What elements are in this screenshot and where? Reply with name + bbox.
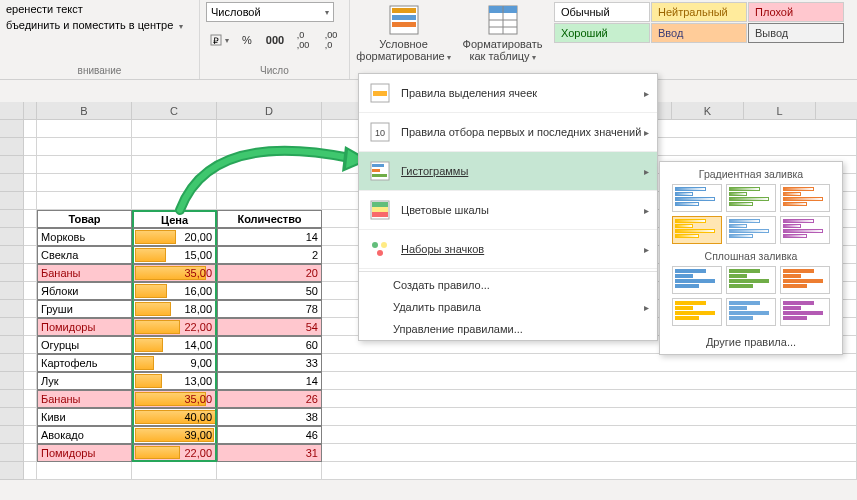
data-bar-solid-swatch[interactable] — [780, 266, 830, 294]
cell-price[interactable]: 22,00 — [132, 444, 217, 462]
cell-price[interactable]: 14,00 — [132, 336, 217, 354]
data-bar-gradient-swatch[interactable] — [726, 184, 776, 212]
data-bar-gradient-swatch[interactable] — [726, 216, 776, 244]
table-row: Авокадо39,0046 — [0, 426, 857, 444]
cell-product[interactable]: Авокадо — [37, 426, 132, 444]
svg-rect-3 — [392, 8, 416, 13]
data-bar-solid-swatch[interactable] — [726, 266, 776, 294]
conditional-formatting-menu: Правила выделения ячеек 10 Правила отбор… — [358, 73, 658, 341]
cell-price[interactable]: 35,00 — [132, 264, 217, 282]
number-format-combo[interactable]: Числовой▾ — [206, 2, 334, 22]
data-bar-gradient-swatch[interactable] — [780, 184, 830, 212]
format-as-table-button[interactable]: Форматировать как таблицу — [455, 2, 550, 64]
style-input[interactable]: Ввод — [651, 23, 747, 43]
cell-qty[interactable]: 20 — [217, 264, 322, 282]
increase-decimal-button[interactable]: ,0,00 — [290, 29, 316, 51]
cell-product[interactable]: Бананы — [37, 264, 132, 282]
cell-product[interactable]: Картофель — [37, 354, 132, 372]
cell-product[interactable]: Яблоки — [37, 282, 132, 300]
cf-data-bars[interactable]: Гистограммы — [359, 152, 657, 191]
header-price[interactable]: Цена — [132, 210, 217, 228]
data-bar-solid-swatch[interactable] — [672, 298, 722, 326]
merge-center-button[interactable]: бъединить и поместить в центре — [6, 18, 183, 32]
cell-price[interactable]: 13,00 — [132, 372, 217, 390]
cell-product[interactable]: Морковь — [37, 228, 132, 246]
cell-qty[interactable]: 78 — [217, 300, 322, 318]
cell-price[interactable]: 9,00 — [132, 354, 217, 372]
data-bars-more-rules[interactable]: Другие правила... — [666, 332, 836, 348]
header-product[interactable]: Товар — [37, 210, 132, 228]
decrease-decimal-button[interactable]: ,00,0 — [318, 29, 344, 51]
cell-product[interactable]: Помидоры — [37, 318, 132, 336]
cell-qty[interactable]: 26 — [217, 390, 322, 408]
svg-text:10: 10 — [375, 128, 385, 138]
cell-price[interactable]: 18,00 — [132, 300, 217, 318]
cell-price[interactable]: 15,00 — [132, 246, 217, 264]
cell-price[interactable]: 20,00 — [132, 228, 217, 246]
wrap-text-button[interactable]: еренести текст — [6, 2, 83, 16]
col-header-B[interactable]: B — [37, 102, 132, 119]
col-header-L[interactable]: L — [744, 102, 816, 119]
accounting-format-button[interactable]: ₽ — [206, 29, 232, 51]
cell-product[interactable]: Бананы — [37, 390, 132, 408]
cell-product[interactable]: Свекла — [37, 246, 132, 264]
data-bar-gradient-swatch[interactable] — [672, 216, 722, 244]
style-neutral[interactable]: Нейтральный — [651, 2, 747, 22]
cell-product[interactable]: Огурцы — [37, 336, 132, 354]
cell-qty[interactable]: 33 — [217, 354, 322, 372]
col-header-D[interactable]: D — [217, 102, 322, 119]
style-good[interactable]: Хороший — [554, 23, 650, 43]
conditional-formatting-button[interactable]: Условное форматирование — [356, 2, 451, 64]
col-header-K[interactable]: K — [672, 102, 744, 119]
cell-price[interactable]: 40,00 — [132, 408, 217, 426]
style-output[interactable]: Вывод — [748, 23, 844, 43]
header-qty[interactable]: Количество — [217, 210, 322, 228]
svg-rect-22 — [372, 202, 388, 207]
svg-rect-14 — [373, 91, 387, 96]
cf-new-rule[interactable]: Создать правило... — [359, 274, 657, 296]
data-bar-solid-swatch[interactable] — [672, 266, 722, 294]
table-row: Помидоры22,0031 — [0, 444, 857, 462]
comma-style-button[interactable]: 000 — [262, 29, 288, 51]
data-bar-solid-swatch[interactable] — [726, 298, 776, 326]
cf-top-bottom[interactable]: 10 Правила отбора первых и последних зна… — [359, 113, 657, 152]
cf-highlight-cells[interactable]: Правила выделения ячеек — [359, 74, 657, 113]
cell-qty[interactable]: 50 — [217, 282, 322, 300]
svg-rect-18 — [372, 164, 384, 167]
svg-text:₽: ₽ — [213, 36, 219, 46]
cf-icon-sets[interactable]: Наборы значков — [359, 230, 657, 269]
cell-product[interactable]: Киви — [37, 408, 132, 426]
cf-color-scales[interactable]: Цветовые шкалы — [359, 191, 657, 230]
cell-qty[interactable]: 14 — [217, 228, 322, 246]
cell-product[interactable]: Помидоры — [37, 444, 132, 462]
cf-clear-rules[interactable]: Удалить правила — [359, 296, 657, 318]
number-group: Числовой▾ ₽ % 000 ,0,00 ,00,0 Число — [200, 0, 350, 79]
cell-price[interactable]: 22,00 — [132, 318, 217, 336]
cell-qty[interactable]: 14 — [217, 372, 322, 390]
col-header-C[interactable]: C — [132, 102, 217, 119]
styles-group: Условное форматирование Форматировать ка… — [350, 0, 857, 79]
cell-qty[interactable]: 60 — [217, 336, 322, 354]
cf-manage-rules[interactable]: Управление правилами... — [359, 318, 657, 340]
table-row: Лук13,0014 — [0, 372, 857, 390]
cell-qty[interactable]: 2 — [217, 246, 322, 264]
cell-price[interactable]: 16,00 — [132, 282, 217, 300]
cell-price[interactable]: 35,00 — [132, 390, 217, 408]
cell-qty[interactable]: 31 — [217, 444, 322, 462]
data-bar-gradient-swatch[interactable] — [672, 184, 722, 212]
data-bars-panel: Градиентная заливка Сплошная заливка Дру… — [659, 161, 843, 355]
style-bad[interactable]: Плохой — [748, 2, 844, 22]
cell-product[interactable]: Лук — [37, 372, 132, 390]
cell-qty[interactable]: 46 — [217, 426, 322, 444]
data-bar-solid-swatch[interactable] — [780, 298, 830, 326]
style-normal[interactable]: Обычный — [554, 2, 650, 22]
data-bar-gradient-swatch[interactable] — [780, 216, 830, 244]
svg-rect-24 — [372, 212, 388, 217]
cell-price[interactable]: 39,00 — [132, 426, 217, 444]
cell-qty[interactable]: 38 — [217, 408, 322, 426]
cell-qty[interactable]: 54 — [217, 318, 322, 336]
ribbon: еренести текст бъединить и поместить в ц… — [0, 0, 857, 80]
cell-styles-gallery[interactable]: Обычный Нейтральный Плохой Хороший Ввод … — [554, 2, 844, 43]
percent-button[interactable]: % — [234, 29, 260, 51]
cell-product[interactable]: Груши — [37, 300, 132, 318]
